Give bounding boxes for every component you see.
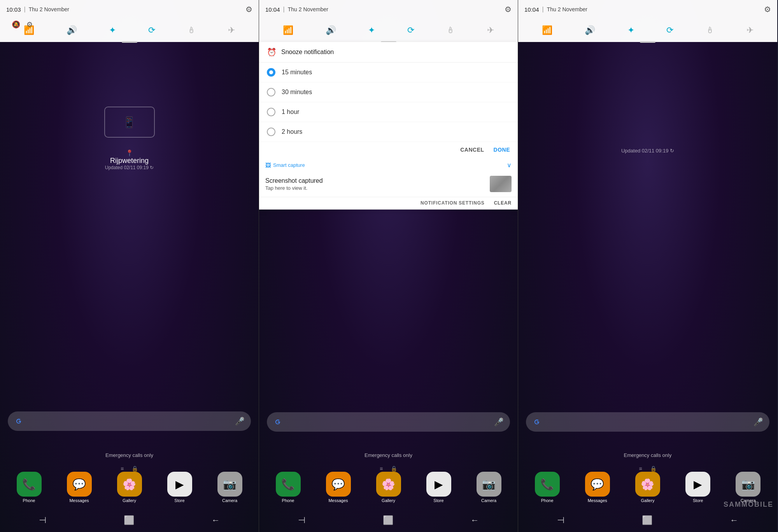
back-btn-2[interactable]: ← xyxy=(471,515,479,525)
screenshot-notif-title-2: Screenshot captured xyxy=(265,177,490,184)
camera-app-icon-2: 📷 xyxy=(477,472,501,497)
flashlight-icon-2[interactable]: 🕯 xyxy=(446,25,455,35)
volume-icon-2[interactable]: 🔊 xyxy=(326,25,336,35)
app-phone-1[interactable]: 📞 Phone xyxy=(17,472,42,503)
status-bar-1: 10:03 | Thu 2 November ⚙ xyxy=(0,0,259,19)
back-btn-1[interactable]: ← xyxy=(212,515,220,525)
nfc-icon-2[interactable]: ⟳ xyxy=(407,25,414,35)
airplane-icon-3[interactable]: ✈ xyxy=(746,25,753,35)
app-messages-3[interactable]: 💬 Messages xyxy=(585,472,610,503)
dnd-icon-1[interactable]: 🔕 xyxy=(12,20,20,29)
home-btn-1[interactable]: ⬜ xyxy=(124,515,134,525)
panel-3: 10:04 | Thu 2 November ⚙ 📶 🔊 ✦ ⟳ 🕯 ✈ ☁ W… xyxy=(518,0,777,532)
snooze-bell-icon: ⏰ xyxy=(267,47,277,57)
bluetooth-icon-3[interactable]: ✦ xyxy=(627,25,634,35)
snooze-option-1hour[interactable]: 1 hour xyxy=(259,102,518,122)
nav-bar-2: ⊣ ⬜ ← xyxy=(259,509,518,532)
app-camera-3[interactable]: 📷 Camera xyxy=(736,472,760,503)
snooze-done-btn[interactable]: DONE xyxy=(494,147,510,153)
chevron-down-icon-2: ∨ xyxy=(507,161,512,169)
airplane-icon-1[interactable]: ✈ xyxy=(228,25,235,35)
store-app-label-1: Store xyxy=(174,498,184,503)
emergency-text-3: Emergency calls only xyxy=(518,452,777,458)
back-btn-3[interactable]: ← xyxy=(730,515,738,525)
bluetooth-icon-1[interactable]: ✦ xyxy=(109,25,116,35)
wifi-icon-3[interactable]: 📶 xyxy=(542,25,552,35)
app-gallery-1[interactable]: 🌸 Gallery xyxy=(117,472,142,503)
dock-indicators-1: ≡ 🔒 xyxy=(0,466,259,472)
app-store-1[interactable]: ▶ Store xyxy=(167,472,192,503)
snooze-label-30min: 30 minutes xyxy=(282,89,312,96)
screenshot-thumbnail-2 xyxy=(490,176,512,192)
nfc-icon-3[interactable]: ⟳ xyxy=(666,25,673,35)
home-btn-2[interactable]: ⬜ xyxy=(383,515,393,525)
gear-icon-1[interactable]: ⚙ xyxy=(245,5,252,14)
app-camera-2[interactable]: 📷 Camera xyxy=(477,472,501,503)
search-mic-icon-1[interactable]: 🎤 xyxy=(235,416,245,426)
radio-30min[interactable] xyxy=(267,88,275,96)
app-gallery-2[interactable]: 🌸 Gallery xyxy=(376,472,401,503)
dock-lock-1: 🔒 xyxy=(131,466,138,472)
home-btn-3[interactable]: ⬜ xyxy=(642,515,652,525)
camera-app-label-2: Camera xyxy=(481,498,496,503)
location-area-1: 📍 Rijpwetering Updated 02/11 09:19 ↻ xyxy=(0,149,259,170)
volume-icon-3[interactable]: 🔊 xyxy=(585,25,595,35)
store-app-icon-3: ▶ xyxy=(685,472,710,497)
gallery-app-label-3: Gallery xyxy=(641,498,655,503)
app-gallery-3[interactable]: 🌸 Gallery xyxy=(635,472,660,503)
recent-btn-3[interactable]: ⊣ xyxy=(557,515,564,525)
dock-lines-1: ≡ xyxy=(121,466,124,472)
panel-1: 10:03 | Thu 2 November ⚙ 📶 🔊 ✦ ⟳ 🕯 ✈ 🔕 ⚙… xyxy=(0,0,259,532)
snooze-option-30min[interactable]: 30 minutes xyxy=(259,82,518,102)
notif-settings-btn-2[interactable]: NOTIFICATION SETTINGS xyxy=(421,200,485,206)
recent-btn-2[interactable]: ⊣ xyxy=(298,515,305,525)
recent-btn-1[interactable]: ⊣ xyxy=(39,515,46,525)
gallery-app-icon-3: 🌸 xyxy=(635,472,660,497)
screenshot-notif-card-2[interactable]: Screenshot captured Tap here to view it. xyxy=(259,171,518,197)
phone-app-icon-3: 📞 xyxy=(535,472,560,497)
status-date-1: Thu 2 November xyxy=(29,6,245,12)
radio-inner-15min xyxy=(269,70,273,74)
app-phone-2[interactable]: 📞 Phone xyxy=(276,472,301,503)
emergency-text-2: Emergency calls only xyxy=(259,452,518,458)
flashlight-icon-1[interactable]: 🕯 xyxy=(187,25,196,35)
snooze-header: ⏰ Snooze notification xyxy=(259,42,518,63)
app-camera-1[interactable]: 📷 Camera xyxy=(217,472,242,503)
snooze-option-2hours[interactable]: 2 hours xyxy=(259,122,518,142)
airplane-icon-2[interactable]: ✈ xyxy=(487,25,494,35)
search-mic-icon-2[interactable]: 🎤 xyxy=(494,417,504,427)
snooze-cancel-btn[interactable]: CANCEL xyxy=(460,147,484,153)
phone-app-label-3: Phone xyxy=(541,498,554,503)
screenshot-notif-content-2: Screenshot captured Tap here to view it. xyxy=(265,177,490,191)
app-store-3[interactable]: ▶ Store xyxy=(685,472,710,503)
smart-capture-header-2[interactable]: 🖼 Smart capture ∨ xyxy=(259,158,518,171)
bluetooth-icon-2[interactable]: ✦ xyxy=(368,25,375,35)
app-phone-3[interactable]: 📞 Phone xyxy=(535,472,560,503)
snooze-option-15min[interactable]: 15 minutes xyxy=(259,63,518,82)
radio-2hours[interactable] xyxy=(267,128,275,136)
search-bar-1[interactable]: 🎤 xyxy=(8,411,251,431)
search-mic-icon-3[interactable]: 🎤 xyxy=(753,417,763,427)
location-update-1: Updated 02/11 09:19 ↻ xyxy=(0,165,259,170)
messages-app-label-1: Messages xyxy=(69,498,89,503)
notif-actions-2: NOTIFICATION SETTINGS CLEAR xyxy=(259,197,518,209)
gear-icon-2[interactable]: ⚙ xyxy=(505,5,512,14)
search-bar-3[interactable]: 🎤 xyxy=(526,412,769,432)
gear-icon-3[interactable]: ⚙ xyxy=(764,5,771,14)
panel-2: 10:04 | Thu 2 November ⚙ 📶 🔊 ✦ ⟳ 🕯 ✈ ⏰ S… xyxy=(259,0,518,532)
app-messages-1[interactable]: 💬 Messages xyxy=(67,472,92,503)
flashlight-icon-3[interactable]: 🕯 xyxy=(706,25,714,35)
app-store-2[interactable]: ▶ Store xyxy=(426,472,451,503)
radio-15min[interactable] xyxy=(267,68,275,77)
notif-clear-btn-2[interactable]: CLEAR xyxy=(494,200,512,206)
radio-1hour[interactable] xyxy=(267,108,275,116)
messages-app-icon-1: 💬 xyxy=(67,472,92,497)
volume-icon-1[interactable]: 🔊 xyxy=(67,25,77,35)
google-logo-3 xyxy=(532,417,541,427)
wifi-icon-2[interactable]: 📶 xyxy=(283,25,293,35)
search-bar-2[interactable]: 🎤 xyxy=(267,412,510,432)
dock-lines-3: ≡ xyxy=(639,466,642,472)
app-messages-2[interactable]: 💬 Messages xyxy=(326,472,351,503)
nfc-icon-1[interactable]: ⟳ xyxy=(148,25,155,35)
settings-icon-1[interactable]: ⚙ xyxy=(26,20,33,29)
